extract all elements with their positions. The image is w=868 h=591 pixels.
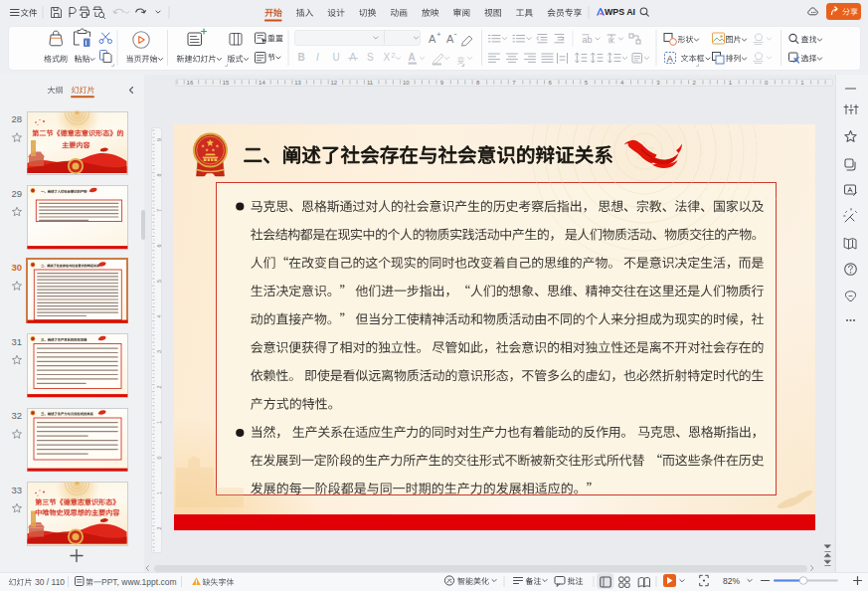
svg-text:PPT, www.1ppt.com: PPT, www.1ppt.com [101,577,177,587]
svg-text:5: 5 [585,80,589,86]
svg-text:ab: ab [583,35,593,45]
svg-text:A: A [409,52,416,63]
svg-text:1: 1 [156,421,162,424]
svg-text:12: 12 [330,80,337,86]
svg-text:16: 16 [187,80,194,86]
svg-text:-: - [454,29,457,39]
svg-text:30: 30 [11,262,22,273]
svg-text:A: A [350,52,357,63]
svg-text:33: 33 [11,485,22,495]
svg-text:0: 0 [156,456,162,459]
svg-text:4: 4 [156,314,162,317]
svg-text:1: 1 [800,80,804,86]
svg-text:28: 28 [11,113,22,124]
svg-text:9: 9 [440,80,444,86]
svg-text:7: 7 [156,209,162,212]
svg-text:7: 7 [512,80,516,86]
svg-text:U: U [333,52,340,63]
svg-text:+: + [436,30,441,39]
svg-text:5: 5 [156,280,162,283]
svg-text:32: 32 [11,410,22,421]
svg-text:2: 2 [156,385,162,388]
svg-text:8: 8 [156,173,162,176]
svg-text:6: 6 [549,80,553,86]
svg-text:6: 6 [156,244,162,247]
svg-text:29: 29 [11,188,22,199]
svg-text:2: 2 [156,526,162,529]
svg-text:A: A [429,33,436,45]
svg-text:2: 2 [692,80,696,86]
svg-text:10: 10 [403,80,410,86]
svg-text:14: 14 [259,80,265,86]
svg-text:15: 15 [223,80,230,86]
svg-text:X: X [384,52,391,63]
svg-text:3: 3 [156,350,162,353]
svg-text:82%: 82% [723,576,740,586]
svg-text:0: 0 [765,80,769,86]
svg-text:I: I [316,52,319,63]
svg-text:2: 2 [392,52,396,59]
svg-text:A: A [667,54,673,64]
svg-text:S: S [367,52,374,63]
svg-text:31: 31 [11,336,22,347]
svg-text:8: 8 [476,80,480,86]
svg-text:11: 11 [367,80,374,86]
svg-text:WPS AI: WPS AI [605,7,635,17]
svg-text:9: 9 [156,138,162,141]
svg-text:30 / 110: 30 / 110 [35,577,65,587]
svg-text:B: B [298,52,305,63]
svg-text:1: 1 [156,492,162,494]
svg-text:3: 3 [656,80,660,86]
svg-text:4: 4 [620,80,624,86]
svg-text:1: 1 [729,80,733,86]
svg-text:13: 13 [294,80,301,86]
